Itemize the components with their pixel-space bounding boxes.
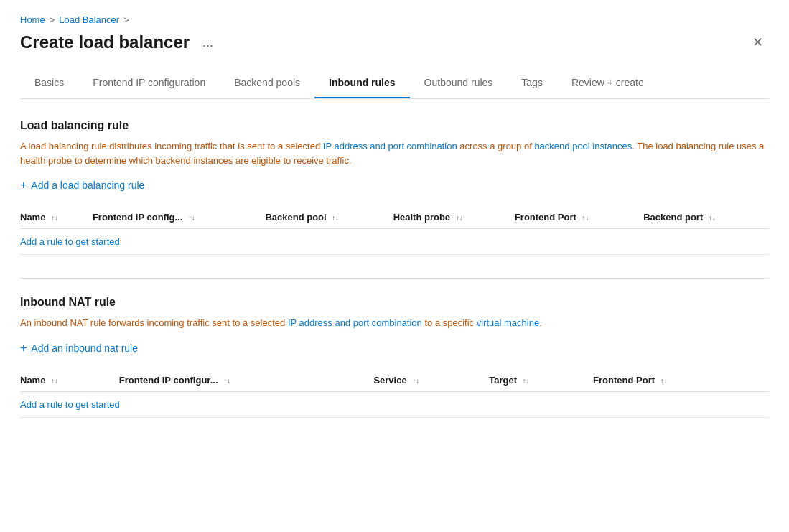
desc-text-2: across a group of: [457, 141, 535, 151]
col-frontend-ip-config[interactable]: Frontend IP config... ↑↓: [93, 206, 266, 229]
nat-col-target[interactable]: Target ↑↓: [489, 369, 593, 392]
inbound-nat-rule-section: Inbound NAT rule An inbound NAT rule for…: [20, 296, 769, 418]
nat-desc-text-3: .: [539, 317, 542, 328]
tab-outbound-rules[interactable]: Outbound rules: [410, 70, 508, 98]
col-name[interactable]: Name ↑↓: [20, 206, 93, 229]
nat-col-target-label: Target: [489, 375, 517, 386]
desc-link-1[interactable]: IP address and port combination: [323, 141, 457, 151]
nat-desc-text-2: to a specific: [422, 317, 477, 328]
inbound-nat-rule-desc: An inbound NAT rule forwards incoming tr…: [20, 316, 769, 330]
col-name-sort[interactable]: ↑↓: [51, 214, 58, 222]
add-load-balancing-rule-label: Add a load balancing rule: [31, 179, 144, 191]
col-backend-port-label: Backend port: [643, 212, 703, 223]
nat-desc-text-1: An inbound NAT rule forwards incoming tr…: [20, 317, 288, 328]
col-name-label: Name: [20, 212, 45, 223]
load-balancing-rule-title: Load balancing rule: [20, 119, 769, 132]
breadcrumb-load-balancer[interactable]: Load Balancer: [59, 14, 119, 25]
inbound-nat-rule-title: Inbound NAT rule: [20, 296, 769, 309]
nat-col-service[interactable]: Service ↑↓: [373, 369, 489, 392]
desc-text-1: A load balancing rule distributes incomi…: [20, 141, 323, 151]
col-frontend-port[interactable]: Frontend Port ↑↓: [515, 206, 643, 229]
tab-backend-pools[interactable]: Backend pools: [220, 70, 314, 98]
col-frontend-ip-sort[interactable]: ↑↓: [188, 214, 195, 222]
col-backend-pool-sort[interactable]: ↑↓: [332, 214, 339, 222]
nat-col-service-sort[interactable]: ↑↓: [412, 377, 419, 385]
breadcrumb: Home > Load Balancer >: [20, 14, 769, 25]
add-load-balancing-rule-button[interactable]: + Add a load balancing rule: [20, 179, 144, 192]
load-balancing-empty-message: Add a rule to get started: [20, 229, 769, 255]
tab-tags[interactable]: Tags: [507, 70, 557, 98]
tab-basics[interactable]: Basics: [20, 70, 78, 98]
nat-col-frontend-ip-label: Frontend IP configur...: [119, 375, 218, 386]
inbound-nat-empty-message: Add a rule to get started: [20, 391, 769, 417]
nat-col-frontend-ip-config[interactable]: Frontend IP configur... ↑↓: [119, 369, 374, 392]
col-frontend-port-label: Frontend Port: [515, 212, 576, 223]
nat-col-name[interactable]: Name ↑↓: [20, 369, 119, 392]
desc-link-2[interactable]: backend pool instances: [534, 141, 632, 151]
breadcrumb-home[interactable]: Home: [20, 14, 45, 25]
nat-plus-icon: +: [20, 342, 27, 355]
nat-desc-link-1[interactable]: IP address and port combination: [288, 317, 422, 328]
col-backend-port-sort[interactable]: ↑↓: [709, 214, 716, 222]
nat-col-frontend-ip-sort[interactable]: ↑↓: [223, 377, 230, 385]
close-button[interactable]: ✕: [747, 33, 769, 52]
load-balancing-rule-table: Name ↑↓ Frontend IP config... ↑↓ Backend…: [20, 206, 769, 255]
nat-col-name-label: Name: [20, 375, 45, 386]
add-inbound-nat-rule-button[interactable]: + Add an inbound nat rule: [20, 342, 138, 355]
col-backend-pool[interactable]: Backend pool ↑↓: [265, 206, 393, 229]
nat-desc-link-2[interactable]: virtual machine: [477, 317, 539, 328]
col-frontend-port-sort[interactable]: ↑↓: [582, 214, 589, 222]
col-backend-port[interactable]: Backend port ↑↓: [643, 206, 769, 229]
ellipsis-button[interactable]: ...: [198, 34, 218, 52]
tab-bar: Basics Frontend IP configuration Backend…: [20, 70, 769, 99]
nat-col-target-sort[interactable]: ↑↓: [523, 377, 530, 385]
nat-col-service-label: Service: [373, 375, 406, 386]
inbound-nat-rule-table: Name ↑↓ Frontend IP configur... ↑↓ Servi…: [20, 369, 769, 418]
nat-col-frontend-port-sort[interactable]: ↑↓: [660, 377, 668, 385]
breadcrumb-sep1: >: [50, 14, 55, 25]
col-frontend-ip-label: Frontend IP config...: [93, 212, 182, 223]
plus-icon: +: [20, 179, 27, 192]
nat-col-frontend-port-label: Frontend Port: [593, 375, 655, 386]
add-inbound-nat-rule-label: Add an inbound nat rule: [31, 342, 138, 354]
tab-frontend-ip[interactable]: Frontend IP configuration: [78, 70, 220, 98]
tab-inbound-rules[interactable]: Inbound rules: [314, 70, 410, 98]
col-health-probe-label: Health probe: [393, 212, 450, 223]
load-balancing-rule-desc: A load balancing rule distributes incomi…: [20, 139, 769, 167]
col-health-probe[interactable]: Health probe ↑↓: [393, 206, 515, 229]
col-backend-pool-label: Backend pool: [265, 212, 326, 223]
breadcrumb-sep2: >: [123, 14, 129, 25]
page-header: Create load balancer ... ✕: [20, 32, 769, 52]
tab-review-create[interactable]: Review + create: [557, 70, 658, 98]
section-divider: [20, 278, 769, 279]
nat-col-frontend-port[interactable]: Frontend Port ↑↓: [593, 369, 769, 392]
col-health-probe-sort[interactable]: ↑↓: [456, 214, 463, 222]
page-title: Create load balancer: [20, 32, 190, 52]
load-balancing-rule-section: Load balancing rule A load balancing rul…: [20, 119, 769, 255]
nat-col-name-sort[interactable]: ↑↓: [51, 377, 58, 385]
